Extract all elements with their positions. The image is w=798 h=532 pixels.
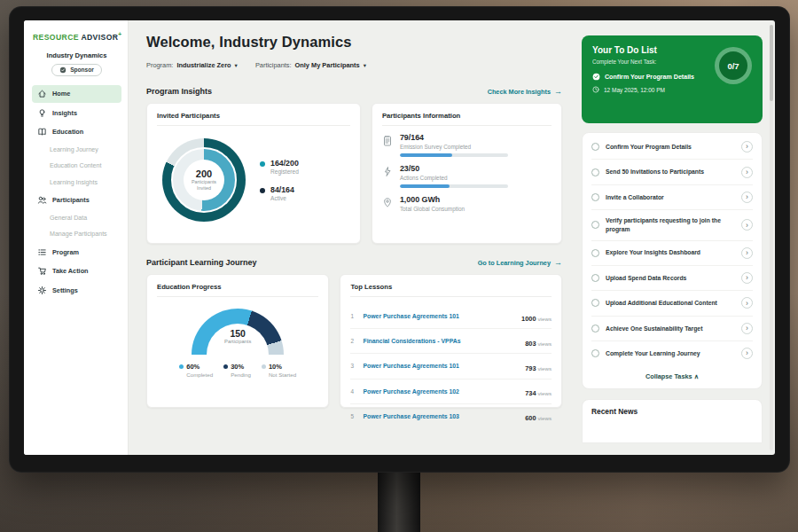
consumption-stat: 1,000 GWh Total Global Consumption [382,195,552,215]
task-checkbox[interactable] [591,143,599,151]
emission-survey-label: Emission Survey Completed [400,144,508,150]
invited-participants-donut: 200 Participants Invited [162,138,246,222]
views-unit: views [538,415,552,421]
sidebar-item-insights[interactable]: Insights [32,104,121,121]
lesson-title-link[interactable]: Financial Considerations - VPPAs [363,338,519,344]
chevron-right-icon[interactable]: › [741,323,753,334]
task-row-complete-learning-journey[interactable]: Complete Your Learning Journey › [591,341,753,365]
monitor-bezel: RESOURCE ADVISOR+ Industry Dynamics Spon… [9,6,790,473]
scrollbar[interactable] [770,25,773,450]
sidebar-item-take-action[interactable]: Take Action [32,262,121,280]
participants-filter-label: Participants: [255,61,292,69]
task-label: Verify participants requesting to join t… [606,216,735,233]
lesson-views: 793 [525,364,536,372]
task-row-verify-participants[interactable]: Verify participants requesting to join t… [591,210,753,240]
legend-registered: 164/200 Registered [260,159,299,175]
go-to-learning-journey-link[interactable]: Go to Learning Journey → [478,259,562,267]
lesson-title-link[interactable]: Power Purchase Agreements 101 [363,313,515,319]
active-dot-icon [260,188,265,193]
recent-news-card: Recent News [582,399,763,443]
task-checkbox[interactable] [591,193,599,201]
task-row-invite-collaborator[interactable]: Invite a Collaborator › [591,185,753,210]
education-progress-card: Education Progress 150 Participants [146,274,329,408]
lesson-title-link[interactable]: Power Purchase Agreements 103 [363,413,519,419]
task-checkbox[interactable] [591,274,599,282]
participants-icon [37,195,47,205]
gear-icon [37,286,47,295]
collapse-label: Collapse Tasks [645,372,692,380]
task-checkbox[interactable] [591,168,599,176]
lesson-row-4[interactable]: 4 Power Purchase Agreements 102 734views [350,379,552,404]
chevron-right-icon[interactable]: › [741,167,753,178]
actions-completed-progressbar [400,184,508,188]
todo-progress-count: 0/7 [719,51,747,80]
nav-label: Home [52,90,70,98]
task-row-upload-spend-data[interactable]: Upload Spend Data Records › [591,266,753,291]
sidebar-item-education-content[interactable]: Education Content [32,159,121,174]
check-more-insights-link[interactable]: Check More Insights → [488,88,562,96]
task-label: Explore Your Insights Dashboard [606,248,735,257]
task-row-achieve-target[interactable]: Achieve One Sustainability Target › [591,317,753,341]
recent-news-title: Recent News [591,407,753,416]
program-dropdown[interactable]: Program: Industrialize Zero ▾ [146,61,238,69]
education-progress-gauge: 150 Participants [192,309,284,355]
invited-participants-card: Invited Participants 200 Participants In… [146,103,361,244]
next-task[interactable]: Confirm Your Program Details [592,73,716,81]
chevron-right-icon[interactable]: › [741,272,753,284]
collapse-tasks-button[interactable]: Collapse Tasks ∧ [591,365,753,387]
chevron-right-icon[interactable]: › [741,219,753,231]
task-checkbox[interactable] [591,221,599,229]
org-name: Industry Dynamics [32,51,121,59]
lesson-views: 803 [525,340,536,348]
nav-label: Participants [52,196,90,204]
task-label: Confirm Your Program Details [606,143,735,152]
lesson-row-3[interactable]: 3 Power Purchase Agreements 101 793views [350,354,552,379]
task-label: Upload Spend Data Records [606,274,735,283]
task-row-upload-educational-content[interactable]: Upload Additional Educational Content › [591,291,753,316]
task-checkbox[interactable] [591,249,599,257]
sidebar-item-program[interactable]: Program [32,243,121,261]
lesson-rank: 1 [350,313,356,319]
lesson-row-5[interactable]: 5 Power Purchase Agreements 103 600views [350,404,552,428]
sidebar-item-manage-participants[interactable]: Manage Participants [32,227,121,242]
card-title-invited: Invited Participants [157,112,350,126]
nav-label: Settings [52,286,78,294]
chevron-right-icon[interactable]: › [741,348,753,359]
nav-label: General Data [50,215,87,222]
views-unit: views [538,316,552,322]
scrollbar-thumb[interactable] [770,25,773,101]
task-checkbox[interactable] [591,325,599,332]
task-checkbox[interactable] [591,299,599,307]
arrow-right-icon: → [554,88,562,96]
sidebar-item-learning-insights[interactable]: Learning Insights [32,175,121,190]
lesson-row-1[interactable]: 1 Power Purchase Agreements 101 1000view… [350,304,552,329]
task-row-explore-insights[interactable]: Explore Your Insights Dashboard › [591,241,753,266]
donut-center: 200 Participants Invited [184,160,224,200]
sidebar-item-education[interactable]: Education [32,123,121,141]
participants-dropdown[interactable]: Participants: Only My Participants ▾ [255,61,366,69]
task-row-send-invitations[interactable]: Send 50 Invitations to Participants › [591,160,753,184]
program-insights-cards: Invited Participants 200 Participants In… [146,103,562,244]
task-label: Send 50 Invitations to Participants [606,168,735,176]
chevron-right-icon[interactable]: › [741,247,753,259]
task-checkbox[interactable] [591,349,599,357]
chevron-right-icon[interactable]: › [741,141,753,153]
task-row-confirm-program[interactable]: Confirm Your Program Details › [591,135,753,160]
sidebar-item-general-data[interactable]: General Data [32,210,121,225]
logo-resource: RESOURCE [33,33,79,42]
lesson-title-link[interactable]: Power Purchase Agreements 101 [363,363,519,369]
sidebar-item-settings[interactable]: Settings [32,281,121,299]
lesson-title-link[interactable]: Power Purchase Agreements 102 [363,388,519,395]
sponsor-badge[interactable]: Sponsor [51,64,102,76]
registered-dot-icon [260,161,265,167]
link-label: Go to Learning Journey [478,259,551,267]
sidebar-item-home[interactable]: Home [32,85,121,103]
chevron-right-icon[interactable]: › [741,192,753,203]
card-title-education: Education Progress [157,283,318,297]
lesson-row-2[interactable]: 2 Financial Considerations - VPPAs 803vi… [350,329,552,354]
chevron-right-icon[interactable]: › [741,297,753,309]
sidebar-item-learning-journey[interactable]: Learning Journey [32,142,121,157]
home-icon [37,89,47,98]
arrow-right-icon: → [554,259,562,267]
sidebar-item-participants[interactable]: Participants [32,192,121,209]
